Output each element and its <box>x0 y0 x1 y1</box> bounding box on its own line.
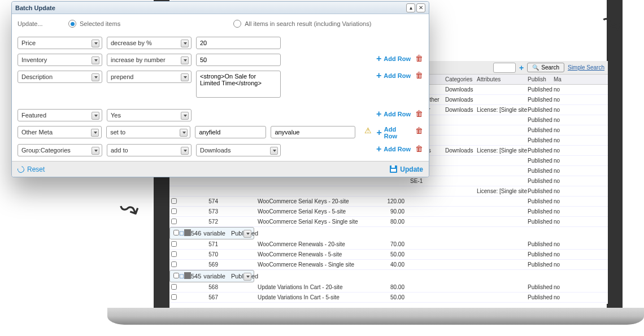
row-checkbox[interactable] <box>171 241 177 247</box>
reset-button[interactable]: Reset <box>18 165 45 173</box>
row-checkbox[interactable] <box>171 261 177 267</box>
update-label: Update... <box>18 20 57 27</box>
op-select[interactable]: prepend <box>107 71 192 83</box>
table-row[interactable]: ☐545variableUpdate Variations In CartLic… <box>169 270 254 282</box>
field-select[interactable]: Description <box>18 71 102 83</box>
batch-update-dialog: Batch Update ▴ ✕ Update... Selected item… <box>11 1 429 177</box>
table-row[interactable]: 568Update Variations In Cart - 20-site80… <box>169 282 608 293</box>
table-row[interactable]: 566Update Variations In Cart - Single si… <box>169 303 608 304</box>
save-icon <box>390 165 397 173</box>
table-row[interactable]: 573WooCommerce Serial Keys - 5-site90.00… <box>169 207 608 217</box>
dialog-footer: Reset Update <box>12 161 429 177</box>
warning-icon: ⚠ <box>364 126 372 135</box>
field-select[interactable]: Group:Categories <box>18 144 102 156</box>
value-textarea[interactable]: <strong>On Sale for Limited Time</strong… <box>196 71 281 98</box>
reset-icon <box>16 164 25 173</box>
laptop-base <box>107 308 644 325</box>
op-select[interactable]: decrease by % <box>107 37 192 49</box>
rule-row: Featured Yes Add Row 🗑 <box>18 109 423 121</box>
field-select[interactable]: Price <box>18 37 102 49</box>
add-row-button[interactable]: Add Row <box>376 126 411 139</box>
radio-selected-items[interactable] <box>68 20 76 28</box>
collapse-button[interactable]: ▴ <box>406 3 415 12</box>
col-publish[interactable]: Publish <box>528 76 554 82</box>
table-row[interactable]: 574WooCommerce Serial Keys - 20-site120.… <box>169 197 608 207</box>
table-row[interactable]: License: [Single site,Publishedno <box>169 186 608 197</box>
row-checkbox[interactable] <box>173 230 179 235</box>
meta-field-input[interactable] <box>195 126 266 138</box>
dialog-titlebar[interactable]: Batch Update ▴ ✕ <box>12 2 429 14</box>
open-link-icon[interactable]: ☐ <box>179 230 184 237</box>
col-categories[interactable]: Categories <box>445 76 477 82</box>
add-row-button[interactable]: Add Row <box>376 144 411 154</box>
group-select[interactable]: Downloads <box>196 144 281 156</box>
field-select[interactable]: Inventory <box>18 54 102 66</box>
trash-icon[interactable]: 🗑 <box>415 144 423 153</box>
row-checkbox[interactable] <box>171 208 177 214</box>
product-thumb <box>184 272 191 279</box>
row-checkbox[interactable] <box>171 294 177 300</box>
grid-quick-input[interactable] <box>493 63 516 73</box>
col-attributes[interactable]: Attributes <box>477 76 528 82</box>
open-link-icon[interactable]: ☐ <box>179 273 184 280</box>
table-row[interactable]: 572WooCommerce Serial Keys - Single site… <box>169 217 608 227</box>
trash-icon[interactable]: 🗑 <box>415 126 423 135</box>
radio-all-label: All items in search result (including Va… <box>245 20 371 27</box>
add-row-button[interactable]: Add Row <box>376 71 411 81</box>
op-select[interactable]: add to <box>107 144 192 156</box>
field-select[interactable]: Featured <box>18 109 102 121</box>
simple-search-link[interactable]: Simple Search <box>568 64 604 71</box>
rule-row: Price decrease by % <box>18 37 423 49</box>
update-button[interactable]: Update <box>390 165 423 173</box>
grid-add-button[interactable]: + <box>519 63 524 72</box>
dialog-title: Batch Update <box>15 5 405 11</box>
op-select[interactable]: Yes <box>107 109 192 121</box>
table-row[interactable]: SE-1Publishedno <box>169 176 608 186</box>
rule-row: Other Meta set to ⚠ Add Row 🗑 <box>18 126 423 139</box>
grid-search-button[interactable]: 🔍 Search <box>527 63 564 72</box>
rule-row: Description prepend <strong>On Sale for … <box>18 71 423 98</box>
field-select[interactable]: Other Meta <box>18 126 102 138</box>
row-checkbox[interactable] <box>171 198 177 204</box>
search-icon: 🔍 <box>532 64 539 71</box>
radio-all-items[interactable] <box>233 20 241 28</box>
trash-icon[interactable]: 🗑 <box>415 109 423 118</box>
op-select[interactable]: increase by number <box>107 54 192 66</box>
rule-row: Group:Categories add to Downloads Add Ro… <box>18 144 423 156</box>
trash-icon[interactable]: 🗑 <box>415 71 423 80</box>
radio-selected-label: Selected items <box>80 20 120 27</box>
row-checkbox[interactable] <box>171 219 177 224</box>
value-input[interactable] <box>196 37 281 49</box>
op-select[interactable]: set to <box>106 126 190 138</box>
row-checkbox[interactable] <box>171 251 177 257</box>
trash-icon[interactable]: 🗑 <box>415 54 423 63</box>
col-ma[interactable]: Ma <box>554 76 565 82</box>
add-row-button[interactable]: Add Row <box>376 109 411 119</box>
value-input[interactable] <box>196 54 281 66</box>
row-checkbox[interactable] <box>171 284 177 290</box>
table-row[interactable]: 567Update Variations In Cart - 5-site50.… <box>169 293 608 303</box>
close-button[interactable]: ✕ <box>416 3 425 12</box>
product-thumb <box>184 229 191 236</box>
grid-search-label: Search <box>541 64 559 71</box>
table-row[interactable]: 571WooCommerce Renewals - 20-site70.00Pu… <box>169 239 608 250</box>
rule-row: Inventory increase by number Add Row 🗑 <box>18 54 423 66</box>
meta-value-input[interactable] <box>271 126 355 138</box>
table-row[interactable]: ☐546variableWooCommerce RenewalsLicense:… <box>169 227 254 239</box>
table-row[interactable]: 570WooCommerce Renewals - 5-site50.00Pub… <box>169 250 608 260</box>
add-row-button[interactable]: Add Row <box>376 54 411 64</box>
row-checkbox[interactable] <box>173 273 179 278</box>
table-row[interactable]: 569WooCommerce Renewals - Single site40.… <box>169 260 608 270</box>
